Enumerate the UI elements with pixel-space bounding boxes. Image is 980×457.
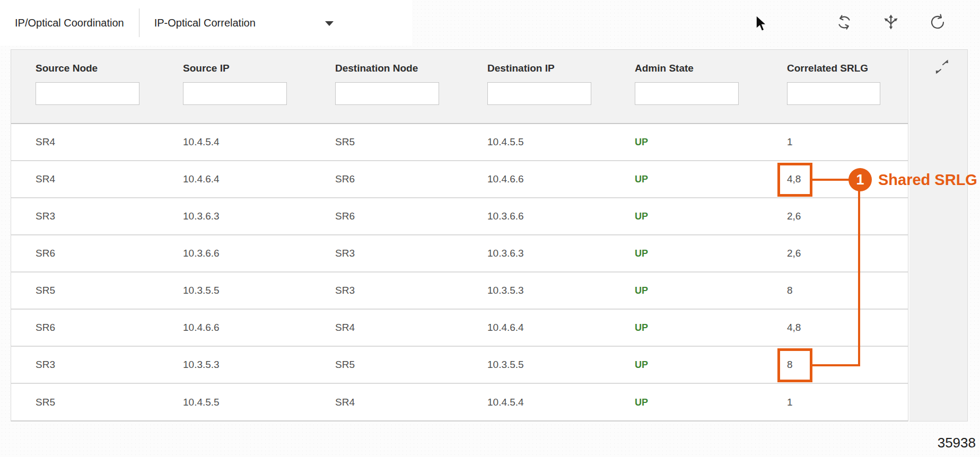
cell-destination-ip: 10.3.6.3: [463, 248, 610, 259]
column-source-ip[interactable]: Source IP: [159, 50, 311, 123]
cell-destination-node: SR4: [311, 322, 463, 333]
cell-destination-ip: 10.4.6.4: [463, 322, 610, 333]
figure-number: 35938: [938, 435, 976, 451]
cell-destination-node: SR6: [311, 173, 463, 185]
table-row[interactable]: SR3 10.3.6.3 SR6 10.3.6.6 UP 2,6: [11, 198, 908, 235]
table-row[interactable]: SR4 10.4.5.4 SR5 10.4.5.5 UP 1: [11, 124, 908, 161]
sync-button[interactable]: [834, 12, 855, 33]
expand-button[interactable]: [933, 57, 952, 78]
cell-source-node: SR3: [11, 359, 159, 371]
filter-input-destination-ip[interactable]: [487, 82, 591, 105]
cell-source-node: SR6: [11, 322, 159, 333]
cell-source-ip: 10.3.6.3: [159, 210, 311, 222]
cell-destination-ip: 10.3.5.5: [463, 359, 610, 371]
cell-destination-node: SR4: [311, 397, 463, 408]
column-admin-state[interactable]: Admin State: [610, 50, 763, 123]
cell-source-ip: 10.3.6.6: [159, 248, 311, 259]
cell-correlated-srlg: 2,6: [763, 248, 908, 259]
column-correlated-srlg[interactable]: Correlated SRLG: [763, 50, 908, 123]
filter-input-source-ip[interactable]: [183, 82, 287, 105]
cell-source-ip: 10.4.5.5: [159, 397, 311, 408]
cell-correlated-srlg: 8: [763, 285, 908, 296]
cell-source-node: SR3: [11, 210, 159, 222]
refresh-icon: [929, 13, 947, 31]
expand-icon: [934, 71, 951, 78]
cell-destination-ip: 10.3.5.3: [463, 285, 610, 296]
table-row[interactable]: SR6 10.3.6.6 SR3 10.3.6.3 UP 2,6: [11, 235, 908, 273]
filter-input-destination-node[interactable]: [335, 82, 439, 105]
table-header: Source Node Source IP Destination Node D…: [11, 50, 908, 124]
cell-admin-state: UP: [610, 359, 763, 371]
side-panel: [909, 49, 968, 421]
cell-admin-state: UP: [610, 174, 763, 185]
mouse-pointer-icon: [755, 15, 768, 35]
cell-correlated-srlg: 1: [763, 397, 908, 408]
cell-destination-node: SR3: [311, 285, 463, 296]
cell-source-ip: 10.3.5.3: [159, 359, 311, 371]
top-bar: IP/Optical Coordination IP-Optical Corre…: [0, 0, 412, 46]
column-destination-node[interactable]: Destination Node: [311, 50, 463, 123]
app-window: IP/Optical Coordination IP-Optical Corre…: [0, 0, 980, 457]
cell-admin-state: UP: [610, 137, 763, 148]
cell-destination-ip: 10.3.6.6: [463, 210, 610, 222]
column-label: Source Node: [36, 63, 159, 74]
page-title: IP/Optical Coordination: [0, 17, 124, 29]
route-split-button[interactable]: [880, 12, 902, 33]
table-row[interactable]: SR4 10.4.6.4 SR6 10.4.6.6 UP 4,8: [11, 161, 908, 198]
cell-source-node: SR5: [11, 397, 159, 408]
cell-destination-ip: 10.4.5.4: [463, 397, 610, 408]
table-body: SR4 10.4.5.4 SR5 10.4.5.5 UP 1 SR4 10.4.…: [11, 124, 908, 421]
cell-source-node: SR5: [11, 285, 159, 296]
cell-admin-state: UP: [610, 322, 763, 333]
cell-correlated-srlg: 1: [763, 136, 908, 148]
cell-correlated-srlg: 2,6: [763, 210, 908, 222]
cell-admin-state: UP: [610, 397, 763, 408]
sync-icon: [835, 13, 853, 31]
cell-source-node: SR4: [11, 136, 159, 148]
cell-source-ip: 10.4.5.4: [159, 136, 311, 148]
cell-admin-state: UP: [610, 211, 763, 222]
cell-admin-state: UP: [610, 248, 763, 259]
filter-input-correlated-srlg[interactable]: [787, 82, 880, 105]
cell-destination-ip: 10.4.6.6: [463, 173, 610, 185]
table-row[interactable]: SR6 10.4.6.6 SR4 10.4.6.4 UP 4,8: [11, 310, 908, 347]
cell-correlated-srlg: 8: [763, 359, 908, 371]
column-source-node[interactable]: Source Node: [11, 50, 159, 123]
cell-correlated-srlg: 4,8: [763, 322, 908, 333]
table-row[interactable]: SR5 10.3.5.5 SR3 10.3.5.3 UP 8: [11, 273, 908, 310]
route-split-icon: [881, 13, 900, 32]
chevron-down-icon: [325, 21, 334, 26]
column-label: Source IP: [183, 63, 311, 74]
column-destination-ip[interactable]: Destination IP: [463, 50, 610, 123]
column-label: Admin State: [635, 63, 763, 74]
toolbar: [834, 12, 948, 33]
cell-source-ip: 10.4.6.4: [159, 173, 311, 185]
filter-input-admin-state[interactable]: [635, 82, 739, 105]
cell-destination-ip: 10.4.5.5: [463, 136, 610, 148]
cell-destination-node: SR3: [311, 248, 463, 259]
cell-destination-node: SR5: [311, 359, 463, 371]
cell-correlated-srlg: 4,8: [763, 173, 908, 185]
column-label: Correlated SRLG: [787, 63, 908, 74]
refresh-button[interactable]: [927, 12, 948, 33]
column-label: Destination Node: [335, 63, 463, 74]
cell-source-node: SR4: [11, 173, 159, 185]
correlation-table: Source Node Source IP Destination Node D…: [11, 49, 908, 421]
cell-source-node: SR6: [11, 248, 159, 259]
column-label: Destination IP: [487, 63, 610, 74]
cell-source-ip: 10.4.6.6: [159, 322, 311, 333]
view-dropdown-value: IP-Optical Correlation: [154, 17, 256, 29]
cell-admin-state: UP: [610, 285, 763, 296]
cell-source-ip: 10.3.5.5: [159, 285, 311, 296]
view-dropdown[interactable]: IP-Optical Correlation: [139, 0, 412, 46]
cell-destination-node: SR6: [311, 210, 463, 222]
cell-destination-node: SR5: [311, 136, 463, 148]
table-row[interactable]: SR3 10.3.5.3 SR5 10.3.5.5 UP 8: [11, 347, 908, 384]
filter-input-source-node[interactable]: [36, 82, 139, 105]
table-row[interactable]: SR5 10.4.5.5 SR4 10.4.5.4 UP 1: [11, 384, 908, 421]
